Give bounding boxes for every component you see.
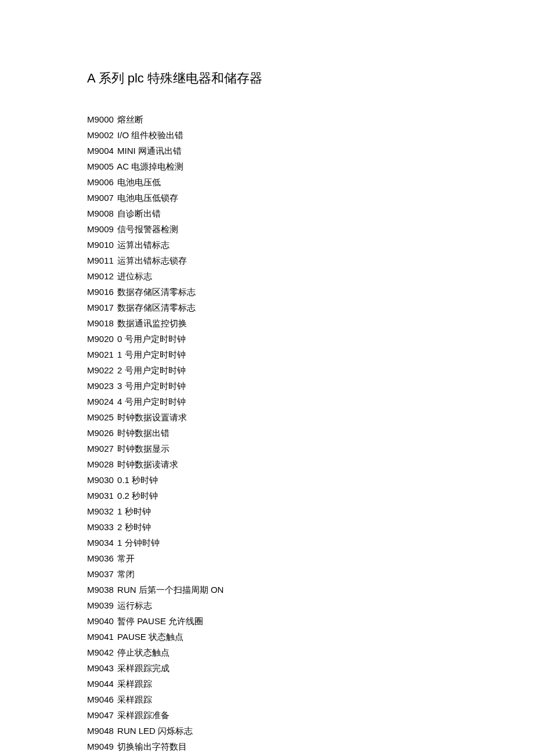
relay-list: M9000 熔丝断M9002 I/O 组件校验出错M9004 MINI 网通讯出… — [87, 111, 447, 754]
relay-code: M9020 — [87, 334, 114, 344]
list-item: M9031 0.2 秒时钟 — [87, 488, 447, 503]
relay-description: 暂停 PAUSE 允许线圈 — [115, 616, 203, 626]
relay-description: 0 号用户定时时钟 — [115, 334, 186, 344]
relay-description: 常开 — [115, 553, 135, 563]
list-item: M9023 3 号用户定时时钟 — [87, 378, 447, 394]
relay-description: 进位标志 — [115, 271, 152, 281]
relay-code: M9027 — [87, 444, 114, 453]
list-item: M9044 采样跟踪 — [87, 676, 447, 692]
relay-description: 0.1 秒时钟 — [115, 475, 158, 485]
list-item: M9036 常开 — [87, 550, 447, 566]
relay-code: M9005 — [87, 161, 114, 171]
relay-code: M9007 — [87, 193, 114, 203]
relay-code: M9046 — [87, 694, 114, 704]
relay-code: M9040 — [87, 616, 114, 626]
list-item: M9042 停止状态触点 — [87, 645, 447, 660]
relay-description: 采样跟踪 — [115, 679, 152, 689]
list-item: M9049 切换输出字符数目 — [87, 739, 447, 754]
list-item: M9033 2 秒时钟 — [87, 519, 447, 535]
list-item: M9025 时钟数据设置请求 — [87, 409, 447, 425]
relay-code: M9025 — [87, 412, 114, 422]
relay-description: PAUSE 状态触点 — [115, 632, 183, 642]
list-item: M9024 4 号用户定时时钟 — [87, 394, 447, 409]
relay-description: 时钟数据出错 — [115, 428, 169, 438]
relay-description: 采样跟踪准备 — [115, 710, 169, 720]
relay-description: 时钟数据显示 — [115, 444, 169, 453]
list-item: M9047 采样跟踪准备 — [87, 707, 447, 723]
list-item: M9016 数据存储区清零标志 — [87, 284, 447, 300]
relay-description: 4 号用户定时时钟 — [115, 397, 186, 406]
list-item: M9000 熔丝断 — [87, 111, 447, 127]
relay-code: M9000 — [87, 114, 114, 124]
relay-code: M9031 — [87, 491, 114, 501]
relay-description: AC 电源掉电检测 — [115, 161, 183, 171]
relay-code: M9022 — [87, 365, 114, 375]
relay-code: M9033 — [87, 522, 114, 532]
relay-code: M9042 — [87, 647, 114, 657]
relay-code: M9010 — [87, 240, 114, 250]
relay-description: 熔丝断 — [115, 114, 143, 124]
list-item: M9005 AC 电源掉电检测 — [87, 159, 447, 174]
relay-description: 1 号用户定时时钟 — [115, 350, 186, 359]
relay-code: M9024 — [87, 397, 114, 406]
relay-description: 2 号用户定时时钟 — [115, 365, 186, 375]
relay-code: M9032 — [87, 506, 114, 516]
list-item: M9010 运算出错标志 — [87, 237, 447, 253]
list-item: M9039 运行标志 — [87, 597, 447, 613]
relay-description: 电池电压低 — [115, 177, 161, 187]
list-item: M9048 RUN LED 闪烁标志 — [87, 723, 447, 739]
relay-code: M9023 — [87, 381, 114, 391]
relay-description: 时钟数据读请求 — [115, 459, 178, 469]
list-item: M9026 时钟数据出错 — [87, 425, 447, 441]
relay-description: 数据存储区清零标志 — [115, 287, 196, 297]
list-item: M9046 采样跟踪 — [87, 692, 447, 707]
relay-description: 电池电压低锁存 — [115, 193, 178, 203]
relay-description: 0.2 秒时钟 — [115, 491, 158, 501]
relay-code: M9043 — [87, 663, 114, 673]
relay-description: 2 秒时钟 — [115, 522, 151, 532]
list-item: M9022 2 号用户定时时钟 — [87, 362, 447, 378]
list-item: M9006 电池电压低 — [87, 174, 447, 190]
list-item: M9009 信号报警器检测 — [87, 221, 447, 237]
relay-description: 数据通讯监控切换 — [115, 318, 187, 328]
relay-description: 1 分钟时钟 — [115, 538, 160, 548]
list-item: M9018 数据通讯监控切换 — [87, 315, 447, 331]
relay-code: M9047 — [87, 710, 114, 720]
relay-code: M9021 — [87, 350, 114, 359]
list-item: M9032 1 秒时钟 — [87, 503, 447, 519]
relay-code: M9038 — [87, 585, 114, 595]
relay-code: M9044 — [87, 679, 114, 689]
list-item: M9020 0 号用户定时时钟 — [87, 331, 447, 347]
relay-description: 1 秒时钟 — [115, 506, 151, 516]
list-item: M9027 时钟数据显示 — [87, 441, 447, 456]
relay-description: 数据存储区清零标志 — [115, 303, 196, 312]
relay-description: 自诊断出错 — [115, 208, 161, 218]
relay-code: M9028 — [87, 459, 114, 469]
relay-code: M9004 — [87, 146, 114, 156]
list-item: M9030 0.1 秒时钟 — [87, 472, 447, 488]
relay-code: M9041 — [87, 632, 114, 642]
list-item: M9034 1 分钟时钟 — [87, 535, 447, 550]
relay-description: 运算出错标志锁存 — [115, 255, 187, 265]
relay-description: MINI 网通讯出错 — [115, 146, 182, 156]
list-item: M9004 MINI 网通讯出错 — [87, 143, 447, 159]
relay-code: M9026 — [87, 428, 114, 438]
list-item: M9037 常闭 — [87, 566, 447, 582]
list-item: M9043 采样跟踪完成 — [87, 660, 447, 676]
relay-code: M9009 — [87, 224, 114, 234]
list-item: M9007 电池电压低锁存 — [87, 190, 447, 206]
relay-description: I/O 组件校验出错 — [115, 130, 183, 140]
relay-code: M9012 — [87, 271, 114, 281]
relay-description: 采样跟踪完成 — [115, 663, 169, 673]
relay-description: 采样跟踪 — [115, 694, 152, 704]
relay-code: M9049 — [87, 741, 114, 751]
list-item: M9028 时钟数据读请求 — [87, 456, 447, 472]
relay-description: RUN 后第一个扫描周期 ON — [115, 585, 224, 595]
relay-code: M9006 — [87, 177, 114, 187]
relay-description: 信号报警器检测 — [115, 224, 178, 234]
relay-code: M9048 — [87, 726, 114, 736]
relay-description: 停止状态触点 — [115, 647, 169, 657]
relay-description: RUN LED 闪烁标志 — [115, 726, 193, 736]
relay-code: M9036 — [87, 553, 114, 563]
relay-description: 切换输出字符数目 — [115, 741, 187, 751]
